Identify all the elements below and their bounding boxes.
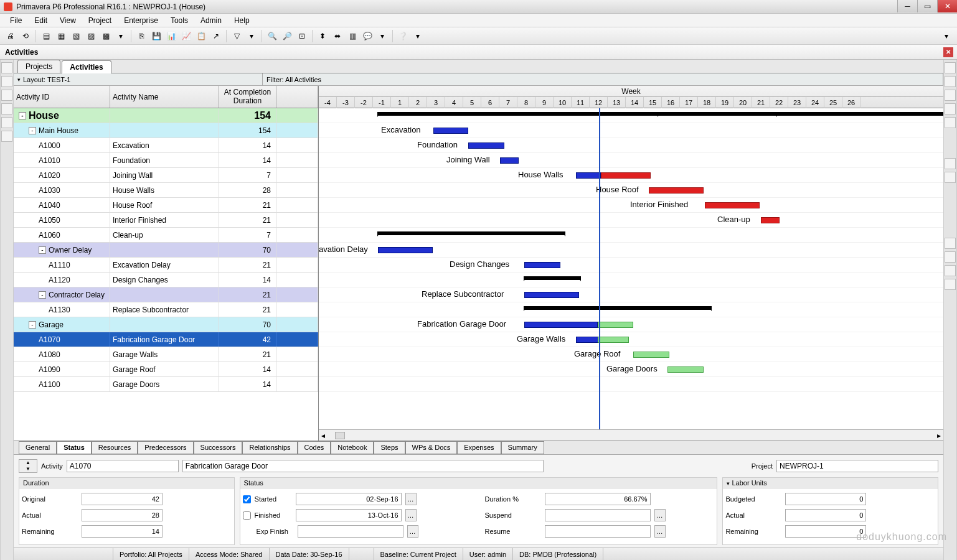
expand-icon[interactable]: - xyxy=(39,291,46,299)
gantt-bar[interactable] xyxy=(598,322,633,328)
down-icon[interactable] xyxy=(945,251,956,263)
col-duration[interactable]: At Completion Duration xyxy=(219,86,276,108)
date-picker-icon[interactable]: … xyxy=(407,525,418,538)
copy-icon[interactable] xyxy=(945,103,956,114)
chevron-down-icon[interactable]: ▾ xyxy=(411,29,425,43)
tab-projects[interactable]: Projects xyxy=(17,60,60,73)
remaining-duration-field[interactable] xyxy=(82,525,163,538)
gantt-row[interactable] xyxy=(319,228,943,243)
dock-resources-icon[interactable] xyxy=(1,76,12,87)
table-row[interactable]: -Garage70 xyxy=(14,317,318,332)
gantt-bar[interactable] xyxy=(524,322,598,328)
table-row[interactable]: A1060Clean-up7 xyxy=(14,228,318,243)
gantt-bar[interactable] xyxy=(500,157,519,164)
original-duration-field[interactable] xyxy=(82,493,163,505)
detail-tab-wps-docs[interactable]: WPs & Docs xyxy=(405,441,458,454)
up-icon[interactable] xyxy=(945,238,956,249)
menu-project[interactable]: Project xyxy=(83,15,116,26)
table-row[interactable]: A1090Garage Roof14 xyxy=(14,362,318,377)
filter-indicator[interactable]: Filter: All Activities xyxy=(263,73,943,85)
delete-icon[interactable] xyxy=(945,76,956,87)
gantt-bar[interactable] xyxy=(598,337,629,343)
maximize-button[interactable]: ▭ xyxy=(917,0,937,12)
close-button[interactable]: ✕ xyxy=(937,0,957,12)
gantt-bar[interactable] xyxy=(524,262,560,268)
table-row[interactable]: -Contractor Delay21 xyxy=(14,287,318,302)
cut-icon[interactable] xyxy=(945,90,956,101)
date-picker-icon[interactable]: … xyxy=(654,525,666,538)
detail-tab-summary[interactable]: Summary xyxy=(501,441,544,454)
gantt-bar[interactable] xyxy=(524,292,579,298)
note-icon[interactable]: 💬 xyxy=(361,29,374,43)
split-v-icon[interactable]: ⬌ xyxy=(331,29,344,43)
layout-icon[interactable]: ▤ xyxy=(39,29,53,43)
table-row[interactable]: A1100Garage Doors14 xyxy=(14,377,318,392)
trace-icon[interactable]: ▩ xyxy=(99,29,113,43)
gantt-scrollbar[interactable]: ◂ ▸ xyxy=(319,429,943,441)
gantt-bar[interactable] xyxy=(524,276,580,280)
table-row[interactable]: A1080Garage Walls21 xyxy=(14,347,318,362)
gantt-chart[interactable]: Week -4-3-2-1123456789101112131415161718… xyxy=(319,86,943,441)
expand-icon[interactable]: - xyxy=(29,127,36,134)
copy-icon[interactable]: ⎘ xyxy=(134,29,148,43)
help-icon[interactable]: ❔ xyxy=(396,29,410,43)
layout-selector[interactable]: ▾ Layout: TEST-1 xyxy=(14,73,263,85)
table-icon[interactable]: ▦ xyxy=(54,29,68,43)
gantt-row[interactable]: Joining Wall xyxy=(319,153,943,168)
expand-icon[interactable]: - xyxy=(19,112,26,119)
gantt-row[interactable]: Fabrication Garage Door xyxy=(319,317,943,332)
menu-admin[interactable]: Admin xyxy=(196,15,227,26)
gantt-bar[interactable] xyxy=(705,202,760,208)
left-icon[interactable] xyxy=(945,265,956,276)
col-activity-name[interactable]: Activity Name xyxy=(110,86,219,108)
menu-help[interactable]: Help xyxy=(229,15,255,26)
gantt-row[interactable]: Clean-up xyxy=(319,213,943,228)
tab-activities[interactable]: Activities xyxy=(62,60,111,73)
activity-id-field[interactable] xyxy=(67,460,179,472)
gantt-bar[interactable] xyxy=(667,366,704,373)
detail-tab-successors[interactable]: Successors xyxy=(194,441,243,454)
menu-view[interactable]: View xyxy=(55,15,81,26)
menu-tools[interactable]: Tools xyxy=(166,15,193,26)
gantt-row[interactable]: Garage Doors xyxy=(319,362,943,377)
table-row[interactable]: A1070Fabrication Garage Door42 xyxy=(14,332,318,347)
chart-icon[interactable]: 📊 xyxy=(164,29,178,43)
menu-enterprise[interactable]: Enterprise xyxy=(119,15,163,26)
dock-projects-icon[interactable] xyxy=(1,62,12,73)
gantt-bar[interactable] xyxy=(524,306,711,310)
dock-tracking-icon[interactable] xyxy=(1,131,12,142)
paste-icon[interactable] xyxy=(945,117,956,128)
detail-tab-codes[interactable]: Codes xyxy=(298,441,331,454)
detail-tab-steps[interactable]: Steps xyxy=(374,441,405,454)
expand-icon[interactable]: - xyxy=(39,246,46,254)
gantt-row[interactable] xyxy=(319,273,943,287)
chevron-down-icon[interactable]: ▾ xyxy=(940,29,953,43)
gantt-bar[interactable] xyxy=(433,128,468,134)
split-h-icon[interactable]: ⬍ xyxy=(316,29,329,43)
started-checkbox[interactable] xyxy=(243,495,251,503)
gantt-row[interactable]: Interior Finished xyxy=(319,198,943,213)
chevron-down-icon[interactable]: ▾ xyxy=(114,29,128,43)
menu-file[interactable]: File xyxy=(5,15,27,26)
gantt-row[interactable]: avation Delay xyxy=(319,243,943,258)
export-icon[interactable]: ↗ xyxy=(209,29,223,43)
gantt-row[interactable] xyxy=(319,302,943,317)
gantt-row[interactable] xyxy=(319,108,943,123)
table-row[interactable]: A1050Interior Finished21 xyxy=(14,213,318,228)
table-row[interactable]: A1040House Roof21 xyxy=(14,198,318,213)
table-row[interactable]: A1130Replace Subcontractor21 xyxy=(14,302,318,317)
table-row[interactable]: -House154 xyxy=(14,108,318,123)
gantt-bar[interactable] xyxy=(378,247,433,253)
gantt-row[interactable]: Replace Subcontractor xyxy=(319,287,943,302)
gantt-bar[interactable] xyxy=(649,187,704,194)
date-picker-icon[interactable]: … xyxy=(405,509,417,521)
add-icon[interactable] xyxy=(945,62,956,73)
gantt-bar[interactable] xyxy=(658,112,943,116)
table-row[interactable]: A1020Joining Wall7 xyxy=(14,168,318,183)
table-row[interactable]: -Owner Delay70 xyxy=(14,243,318,258)
suspend-field[interactable] xyxy=(545,509,651,521)
menu-edit[interactable]: Edit xyxy=(29,15,52,26)
filter-icon[interactable]: ▽ xyxy=(230,29,243,43)
gantt-row[interactable]: House Roof xyxy=(319,183,943,198)
detail-tab-relationships[interactable]: Relationships xyxy=(242,441,297,454)
